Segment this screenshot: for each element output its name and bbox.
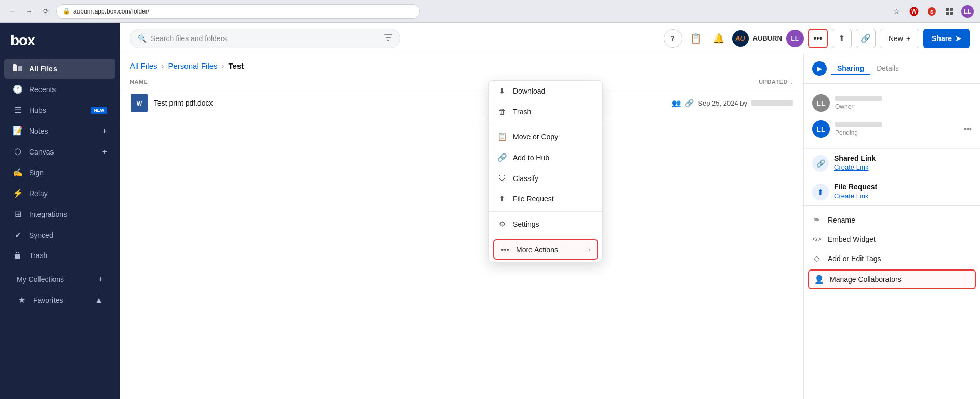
upload-button[interactable]: ⬆ xyxy=(832,29,852,48)
action-rename[interactable]: ✏ Rename xyxy=(804,210,980,230)
user-avatar-top[interactable]: LL xyxy=(786,30,804,47)
reload-button[interactable]: ⟳ xyxy=(39,5,52,18)
my-collections-add-icon[interactable]: + xyxy=(98,275,103,284)
action-manage-collaborators[interactable]: 👤 Manage Collaborators xyxy=(808,269,976,289)
shared-link-create[interactable]: Create Link xyxy=(834,163,972,171)
dropdown-item-settings[interactable]: ⚙ Settings xyxy=(489,214,602,235)
sidebar-item-favorites[interactable]: ★ Favorites ▲ xyxy=(8,290,111,310)
file-request-create[interactable]: Create Link xyxy=(834,192,972,200)
canvas-add-icon[interactable]: + xyxy=(102,147,107,157)
ellipsis-icon: ••• xyxy=(813,34,822,43)
panel-collapse-button[interactable]: ▶ xyxy=(812,61,827,76)
sidebar-nav: All Files 🕐 Recents ☰ Hubs NEW 📝 Notes +… xyxy=(0,56,120,399)
sidebar-item-sign[interactable]: ✍ Sign xyxy=(4,162,115,183)
user-avatar-browser[interactable]: LL xyxy=(961,5,974,18)
svg-text:S: S xyxy=(930,9,933,15)
share-button[interactable]: Share ➤ xyxy=(923,29,970,48)
extension-icon-s[interactable]: S xyxy=(926,6,937,17)
action-embed-widget[interactable]: </> Embed Widget xyxy=(804,230,980,249)
side-panel-header: ▶ Sharing Details xyxy=(804,54,980,84)
search-icon: 🔍 xyxy=(138,34,147,43)
forward-button[interactable]: → xyxy=(23,5,35,18)
breadcrumb-current: Test xyxy=(229,61,244,70)
dropdown-menu: ⬇ Download 🗑 Trash 📋 Move or Copy 🔗 Add … xyxy=(488,80,603,262)
all-files-label: All Files xyxy=(29,65,107,73)
canvas-label: Canvas xyxy=(29,148,96,156)
svg-rect-5 xyxy=(950,8,953,11)
url-text: auburn.app.box.com/folder/ xyxy=(73,8,149,15)
integrations-label: Integrations xyxy=(29,210,107,218)
dropdown-item-classify[interactable]: 🛡 Classify xyxy=(489,168,602,188)
sign-icon: ✍ xyxy=(12,168,23,177)
dropdown-item-add-to-hub[interactable]: 🔗 Add to Hub xyxy=(489,147,602,168)
sidebar-item-hubs[interactable]: ☰ Hubs NEW xyxy=(4,100,115,120)
owner-name-redacted xyxy=(835,96,882,101)
checklist-button[interactable]: 📋 xyxy=(686,29,705,48)
sidebar-item-all-files[interactable]: All Files xyxy=(4,59,115,79)
new-plus-icon: + xyxy=(906,34,910,43)
tags-label: Add or Edit Tags xyxy=(828,254,881,263)
sidebar-item-notes[interactable]: 📝 Notes + xyxy=(4,121,115,141)
dropdown-item-download[interactable]: ⬇ Download xyxy=(489,81,602,101)
dropdown-item-trash[interactable]: 🗑 Trash xyxy=(489,101,602,122)
action-add-edit-tags[interactable]: ◇ Add or Edit Tags xyxy=(804,249,980,268)
extension-icon-w[interactable]: W xyxy=(908,6,920,17)
table-row[interactable]: W Test print pdf.docx 👥 🔗 Sep 25, 2024 b… xyxy=(120,88,803,118)
help-button[interactable]: ? xyxy=(664,29,682,48)
relay-icon: ⚡ xyxy=(12,188,23,198)
sharing-row-owner: LL Owner xyxy=(812,90,972,116)
svg-rect-9 xyxy=(13,64,16,66)
dropdown-item-move-copy[interactable]: 📋 Move or Copy xyxy=(489,126,602,147)
file-request-dd-label: File Request xyxy=(513,195,554,203)
notes-add-icon[interactable]: + xyxy=(102,126,107,136)
url-bar[interactable]: 🔒 auburn.app.box.com/folder/ xyxy=(56,4,420,19)
breadcrumb-personal-files[interactable]: Personal Files xyxy=(168,61,218,70)
rename-icon: ✏ xyxy=(812,215,822,225)
integrations-icon: ⊞ xyxy=(12,209,23,219)
sort-icon[interactable]: ↓ xyxy=(790,79,793,85)
trash-icon: 🗑 xyxy=(12,251,23,260)
back-button[interactable]: ← xyxy=(6,5,19,18)
tab-sharing[interactable]: Sharing xyxy=(831,62,870,75)
collaborators-icon: 👥 xyxy=(672,99,681,107)
panel-tabs: Sharing Details xyxy=(831,62,972,75)
sidebar-item-my-collections[interactable]: My Collections + xyxy=(8,269,111,289)
dropdown-item-more-actions[interactable]: ••• More Actions › xyxy=(493,239,598,260)
svg-text:W: W xyxy=(911,9,917,15)
sidebar-item-canvas[interactable]: ⬡ Canvas + xyxy=(4,141,115,162)
my-collections-label: My Collections xyxy=(17,275,92,284)
docx-icon: W xyxy=(131,94,148,112)
search-filter-icon[interactable] xyxy=(384,34,392,43)
copy-link-button[interactable]: 🔗 xyxy=(856,29,876,48)
sidebar-item-relay[interactable]: ⚡ Relay xyxy=(4,183,115,203)
file-request-icon: ⬆ xyxy=(812,184,829,200)
tab-details[interactable]: Details xyxy=(870,62,905,75)
sidebar-item-recents[interactable]: 🕐 Recents xyxy=(4,79,115,99)
extensions-icon[interactable] xyxy=(944,6,955,17)
favorites-icon: ★ xyxy=(17,295,27,305)
tags-icon: ◇ xyxy=(812,254,822,263)
favorites-toggle-icon[interactable]: ▲ xyxy=(95,295,103,305)
sidebar-item-integrations[interactable]: ⊞ Integrations xyxy=(4,204,115,224)
pending-more-button[interactable]: ••• xyxy=(964,125,972,133)
file-author-redacted xyxy=(751,100,793,106)
add-to-hub-icon: 🔗 xyxy=(497,153,507,162)
svg-rect-4 xyxy=(946,8,949,11)
file-request-title: File Request xyxy=(834,183,972,191)
more-actions-btn[interactable]: ••• xyxy=(808,29,828,48)
move-copy-icon: 📋 xyxy=(497,132,507,141)
manage-collaborators-label: Manage Collaborators xyxy=(830,275,902,284)
sidebar-item-trash[interactable]: 🗑 Trash xyxy=(4,246,115,265)
breadcrumb-all-files[interactable]: All Files xyxy=(130,61,157,70)
bookmark-icon[interactable]: ☆ xyxy=(891,6,902,17)
file-area: All Files › Personal Files › Test NAME U… xyxy=(120,54,803,399)
search-bar[interactable]: 🔍 Search files and folders xyxy=(130,29,400,48)
classify-icon: 🛡 xyxy=(497,174,507,183)
new-button[interactable]: New + xyxy=(880,29,919,48)
notifications-button[interactable]: 🔔 xyxy=(709,29,728,48)
relay-label: Relay xyxy=(29,189,107,198)
dropdown-item-file-request[interactable]: ⬆ File Request xyxy=(489,188,602,209)
share-arrow-icon: ➤ xyxy=(955,34,961,43)
sidebar-item-synced[interactable]: ✔ Synced xyxy=(4,225,115,245)
breadcrumb-sep-1: › xyxy=(162,61,164,70)
